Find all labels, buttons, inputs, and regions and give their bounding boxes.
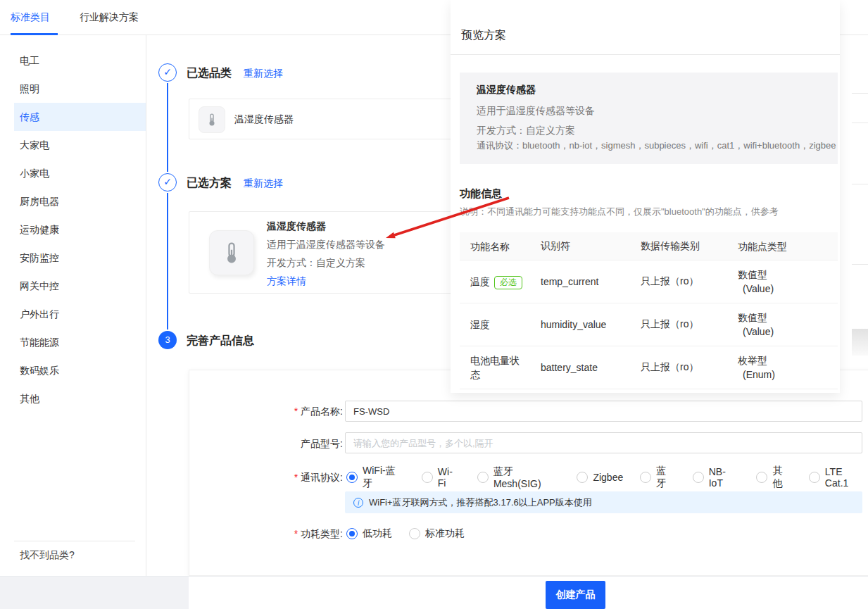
solution-detail-link[interactable]: 方案详情 [267,272,385,290]
radio-checked-icon [346,528,358,539]
solution-summary-box: 温湿度传感器 适用于温湿度传感器等设备 开发方式：自定义方案 通讯协议：blue… [460,73,838,164]
step3-number-circle: 3 [158,331,177,349]
preview-solution-name: 温湿度传感器 [477,82,821,96]
sidebar-item-outdoor[interactable]: 户外出行 [14,300,146,328]
function-type: 枚举型 [738,353,838,368]
product-name-input[interactable] [345,401,862,422]
underlying-edge-fragment [852,93,868,94]
step3-number: 3 [165,334,170,345]
protocol-label: 通讯协议: [211,472,343,484]
solution-preview-panel: 预览方案 温湿度传感器 适用于温湿度传感器等设备 开发方式：自定义方案 通讯协议… [451,0,840,393]
function-type-sub: (Enum) [738,368,838,382]
power-option-standard[interactable]: 标准功耗 [409,527,465,540]
radio-checked-icon [346,472,358,483]
protocol-radio-group: WiFi-蓝牙 Wi-Fi 蓝牙Mesh(SIG) Zigbee 蓝牙 NB-I… [346,470,868,484]
thermometer-icon [209,230,254,275]
step1-status-circle: ✓ [158,63,177,82]
radio-icon [756,472,767,483]
preview-solution-description: 适用于温湿度传感器等设备 [477,103,821,118]
sidebar-item-electrician[interactable]: 电工 [14,46,146,75]
preview-protocols: 通讯协议：bluetooth，nb-iot，sigmesh，subpieces，… [477,139,821,153]
function-table-header: 功能名称 识别符 数据传输类别 功能点类型 [460,232,838,260]
radio-icon [409,528,420,539]
function-identifier: humidity_value [541,319,641,330]
check-icon: ✓ [163,66,172,77]
step-connector-line [167,83,168,172]
protocol-option-other[interactable]: 其他 [756,465,791,490]
underlying-edge-fragment [852,123,868,123]
sidebar-item-sport-health[interactable]: 运动健康 [14,215,146,244]
sidebar-item-small-appliance[interactable]: 小家电 [14,159,146,187]
function-type-sub: (Value) [738,282,838,296]
protocol-option-bluetooth[interactable]: 蓝牙 [640,465,675,490]
power-option-low[interactable]: 低功耗 [346,527,392,540]
solution-name: 温湿度传感器 [267,217,385,235]
function-type: 数值型 [738,310,838,325]
sidebar-item-other[interactable]: 其他 [14,384,146,413]
protocol-option-wifi[interactable]: Wi-Fi [422,466,460,489]
footer-background [0,577,189,609]
footer-bar [189,577,868,609]
step3-title: 完善产品信息 [187,334,254,349]
function-type-sub: (Value) [738,325,838,339]
function-type: 数值型 [738,268,838,282]
sidebar-item-large-appliance[interactable]: 大家电 [14,131,146,159]
power-type-radio-group: 低功耗 标准功耗 [346,527,465,541]
table-row-temperature: 温度必选 temp_current 只上报（ro） 数值型 (Value) [460,260,838,303]
product-model-input[interactable] [345,432,862,453]
create-product-button[interactable]: 创建产品 [546,581,605,609]
solution-dev-mode: 开发方式：自定义方案 [267,253,385,272]
solution-description: 适用于温湿度传感器等设备 [267,235,385,253]
active-tab-underline [11,33,58,35]
step2-reselect-link[interactable]: 重新选择 [244,177,283,190]
function-table: 功能名称 识别符 数据传输类别 功能点类型 温度必选 temp_current … [460,232,838,389]
cannot-find-category-link[interactable]: 找不到品类? [20,549,75,562]
preview-panel-title: 预览方案 [461,28,506,43]
create-product-page: 标准类目 行业解决方案 电工 照明 传感 大家电 小家电 厨房电器 运动健康 安… [0,0,868,609]
product-name-label: 产品名称: [211,406,343,418]
table-row-battery-state: 电池电量状态 battery_state 只上报（ro） 枚举型 (Enum) [460,346,838,389]
function-name: 湿度 [470,318,541,332]
underlying-edge-fragment [852,184,868,184]
sidebar-item-digital-entertainment[interactable]: 数码娱乐 [14,356,146,384]
radio-icon [809,472,820,483]
protocol-option-lte-cat1[interactable]: LTE Cat.1 [809,466,868,489]
radio-icon [640,472,651,483]
step2-status-circle: ✓ [158,173,177,192]
protocol-option-ble-mesh[interactable]: 蓝牙Mesh(SIG) [477,465,560,489]
sidebar-divider [146,35,146,576]
step-connector-line [167,193,168,329]
category-sidebar: 电工 照明 传感 大家电 小家电 厨房电器 运动健康 安防监控 网关中控 户外出… [0,46,146,413]
step1-reselect-link[interactable]: 重新选择 [244,68,283,80]
function-transfer: 只上报（ro） [641,275,738,288]
sidebar-item-energy[interactable]: 节能能源 [14,328,146,356]
radio-icon [477,472,489,483]
sidebar-item-gateway[interactable]: 网关中控 [14,272,146,300]
function-info-note: 说明：不同通讯能力可能支持功能点不同，仅展示"bluetooth"的功能点，供参… [460,206,779,218]
sidebar-item-sensor[interactable]: 传感 [14,103,146,131]
sidebar-item-security-monitor[interactable]: 安防监控 [14,244,146,272]
protocol-option-zigbee[interactable]: Zigbee [577,472,623,483]
selected-category-name: 温湿度传感器 [234,99,294,139]
preview-dev-mode: 开发方式：自定义方案 [477,123,821,137]
function-name: 电池电量状态 [470,353,541,382]
protocol-info-note: i WiFi+蓝牙联网方式，推荐搭配3.17.6以上APP版本使用 [345,491,862,513]
tab-industry-solution[interactable]: 行业解决方案 [80,11,139,24]
protocol-option-nbiot[interactable]: NB-IoT [693,466,740,489]
sidebar-item-lighting[interactable]: 照明 [14,75,146,103]
power-type-label: 功耗类型: [211,528,343,541]
protocol-option-wifi-ble[interactable]: WiFi-蓝牙 [346,465,405,490]
radio-icon [693,472,704,483]
sidebar-item-kitchen-appliance[interactable]: 厨房电器 [14,187,146,215]
tab-standard-category[interactable]: 标准类目 [11,11,50,24]
step1-title: 已选品类 [187,66,232,81]
thermometer-icon [199,106,225,133]
required-badge: 必选 [494,276,522,289]
sidebar-footer-divider [14,541,135,541]
col-identifier: 识别符 [541,240,641,253]
product-model-label: 产品型号: [211,438,343,451]
preview-title-divider [451,54,840,55]
table-row-humidity: 湿度 humidity_value 只上报（ro） 数值型 (Value) [460,303,838,346]
function-transfer: 只上报（ro） [641,318,738,331]
info-icon: i [353,498,363,508]
